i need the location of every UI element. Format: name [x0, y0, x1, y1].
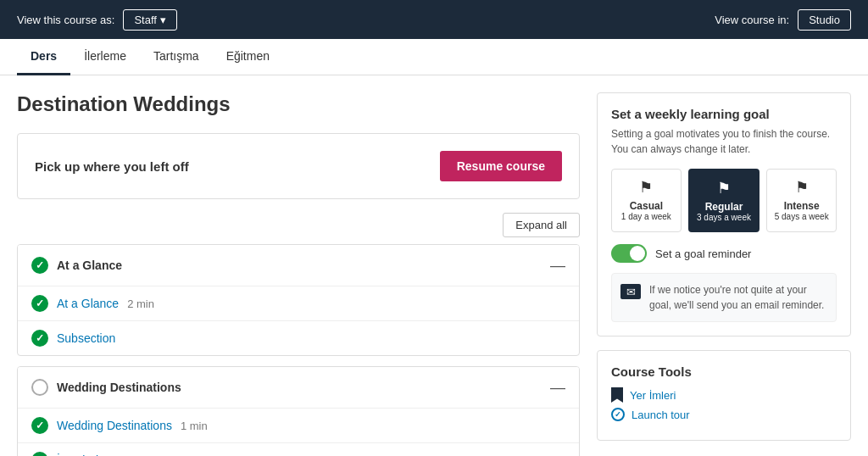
tab-bar: Ders İlerleme Tartışma Eğitmen: [0, 39, 868, 75]
resume-box: Pick up where you left off Resume course: [17, 133, 580, 199]
section-at-a-glance-header[interactable]: At a Glance —: [18, 245, 579, 286]
view-as-label: View this course as:: [17, 14, 114, 26]
section-wedding-destinations-title: Wedding Destinations: [57, 381, 181, 394]
tool-link-launch-tour[interactable]: Launch tour: [611, 408, 837, 421]
view-as-section: View this course as: Staff ▾: [17, 9, 177, 31]
section-at-a-glance: At a Glance — At a Glance 2 min Subsecti…: [17, 244, 580, 356]
goal-regular-sub: 3 days a week: [695, 213, 754, 222]
tab-egitmen[interactable]: Eğitmen: [213, 39, 283, 75]
section-at-a-glance-items: At a Glance 2 min Subsection: [18, 286, 579, 355]
tab-tartisma[interactable]: Tartışma: [140, 39, 213, 75]
flag-casual-icon: ⚑: [617, 178, 676, 197]
item-completed-icon: [31, 295, 48, 312]
page-title: Destination Weddings: [17, 92, 580, 116]
resume-box-text: Pick up where you left off: [35, 159, 189, 174]
course-tools-title: Course Tools: [611, 364, 837, 379]
goal-options: ⚑ Casual 1 day a week ⚑ Regular 3 days a…: [611, 169, 837, 232]
email-reminder-text: If we notice you're not quite at your go…: [649, 282, 827, 313]
email-reminder-box: If we notice you're not quite at your go…: [611, 273, 837, 322]
view-in-section: View course in: Studio: [715, 9, 851, 31]
goal-option-intense[interactable]: ⚑ Intense 5 days a week: [766, 169, 837, 232]
check-circle-icon: [611, 408, 625, 421]
tab-ders[interactable]: Ders: [17, 39, 70, 75]
section-completed-icon: [31, 257, 48, 274]
collapse-icon: —: [550, 380, 565, 395]
list-item: İstanbul 1 min: [18, 443, 579, 456]
section-wedding-destinations-header[interactable]: Wedding Destinations —: [18, 367, 579, 408]
tool-link-yer-imleri[interactable]: Yer İmleri: [611, 387, 837, 403]
goal-casual-sub: 1 day a week: [617, 212, 676, 221]
toggle-row: Set a goal reminder: [611, 244, 837, 263]
tab-ilerleme[interactable]: İlerleme: [70, 39, 140, 75]
goal-casual-label: Casual: [617, 200, 676, 212]
list-item: At a Glance 2 min: [18, 286, 579, 321]
item-link-wedding-destinations[interactable]: Wedding Destinations: [57, 419, 172, 432]
toggle-label: Set a goal reminder: [655, 247, 751, 260]
main-layout: Destination Weddings Pick up where you l…: [0, 75, 868, 456]
goal-reminder-toggle[interactable]: [611, 244, 647, 263]
tool-yer-imleri-label: Yer İmleri: [630, 389, 676, 402]
goal-card-description: Setting a goal motivates you to finish t…: [611, 126, 837, 157]
list-item: Subsection: [18, 321, 579, 355]
section-wedding-destinations: Wedding Destinations — Wedding Destinati…: [17, 366, 580, 456]
goal-card-title: Set a weekly learning goal: [611, 107, 837, 121]
section-at-a-glance-title: At a Glance: [57, 259, 122, 272]
goal-option-regular[interactable]: ⚑ Regular 3 days a week: [688, 169, 760, 232]
item-completed-icon: [31, 452, 48, 456]
dropdown-arrow-icon: ▾: [160, 14, 166, 26]
expand-all-button[interactable]: Expand all: [503, 213, 580, 237]
left-column: Destination Weddings Pick up where you l…: [17, 92, 580, 456]
studio-button[interactable]: Studio: [798, 9, 851, 31]
item-completed-icon: [31, 330, 48, 347]
tool-launch-tour-label: Launch tour: [632, 409, 690, 421]
goal-card: Set a weekly learning goal Setting a goa…: [597, 92, 851, 336]
bookmark-icon: [611, 387, 623, 403]
right-column: Set a weekly learning goal Setting a goa…: [597, 92, 851, 456]
expand-all-row: Expand all: [17, 213, 580, 237]
flag-regular-icon: ⚑: [695, 179, 754, 197]
section-wedding-destinations-items: Wedding Destinations 1 min İstanbul 1 mi…: [18, 408, 579, 456]
item-link-subsection[interactable]: Subsection: [57, 331, 115, 345]
view-in-label: View course in:: [715, 14, 789, 26]
course-tools-card: Course Tools Yer İmleri Launch tour: [597, 350, 851, 441]
collapse-icon: —: [550, 258, 565, 273]
goal-intense-label: Intense: [772, 200, 831, 212]
mail-icon: [620, 284, 641, 299]
item-completed-icon: [31, 417, 48, 434]
goal-intense-sub: 5 days a week: [772, 212, 831, 221]
goal-option-casual[interactable]: ⚑ Casual 1 day a week: [611, 169, 682, 232]
staff-dropdown-button[interactable]: Staff ▾: [123, 9, 177, 31]
item-time: 2 min: [127, 298, 154, 310]
list-item: Wedding Destinations 1 min: [18, 409, 579, 443]
item-link-at-a-glance[interactable]: At a Glance: [57, 297, 119, 310]
section-outline-icon: [31, 379, 48, 396]
top-bar: View this course as: Staff ▾ View course…: [0, 0, 868, 39]
item-time: 1 min: [181, 420, 208, 432]
goal-regular-label: Regular: [695, 201, 754, 213]
flag-intense-icon: ⚑: [772, 178, 831, 197]
resume-course-button[interactable]: Resume course: [440, 151, 562, 181]
